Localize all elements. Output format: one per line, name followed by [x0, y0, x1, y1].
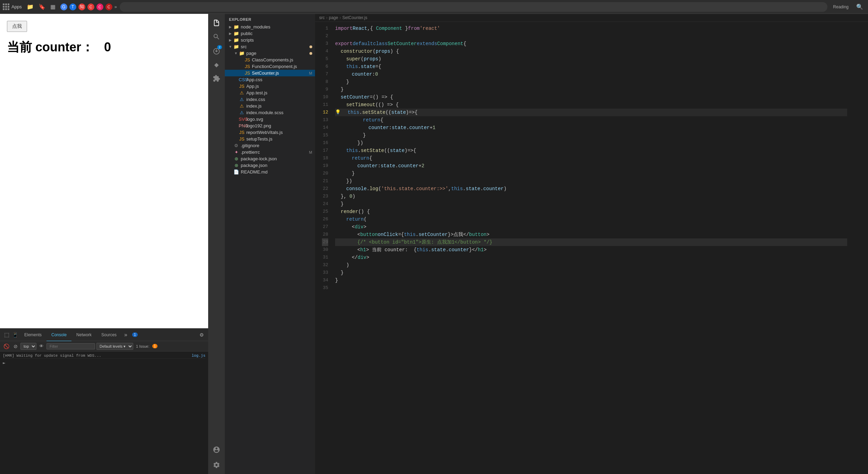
activity-bar: 2	[208, 14, 225, 474]
folder-scripts[interactable]: ▶ 📁 scripts	[225, 37, 315, 43]
counter-label: 当前 counter：	[7, 40, 94, 54]
filter-input[interactable]	[46, 343, 95, 349]
file-function-component[interactable]: JS FunctionComponent.js	[225, 63, 315, 70]
code-line-35	[335, 284, 847, 292]
tab-elements-label: Elements	[24, 332, 42, 337]
file-class-components[interactable]: JS ClassComponents.js	[225, 57, 315, 63]
folder-public[interactable]: ▶ 📁 public	[225, 30, 315, 37]
pause-btn[interactable]: ⊘	[12, 343, 19, 350]
file-package-lock-name: package-lock.json	[241, 156, 315, 161]
tab-console[interactable]: Console	[46, 329, 71, 341]
code-line-28: <button onClick={this.setCounter}>点我</bu…	[335, 231, 847, 238]
line-numbers: 123 456 789 101112 131415 161718 192021 …	[315, 22, 332, 474]
more-bookmarks[interactable]: »	[114, 4, 117, 9]
file-logo192-icon: PNG	[239, 123, 245, 128]
levels-selector[interactable]: Default levels ▾	[96, 343, 133, 350]
b3-icon[interactable]: C	[87, 3, 94, 10]
code-line-3: export default class SetCounter extends …	[335, 40, 847, 48]
eye-icon[interactable]: 👁	[38, 343, 45, 349]
tab-sources[interactable]: Sources	[96, 329, 121, 341]
activity-account[interactable]	[210, 443, 223, 456]
file-app-css[interactable]: CSS App.css	[225, 76, 315, 83]
b2-icon[interactable]: 知	[78, 3, 85, 10]
activity-debug[interactable]	[210, 58, 223, 71]
file-app-test[interactable]: ⚠ App.test.js	[225, 90, 315, 96]
bookmark-btn[interactable]: 🔖	[36, 2, 48, 11]
code-line-15: }	[335, 132, 847, 139]
file-package-json[interactable]: ⊛ package.json	[225, 162, 315, 169]
file-readme[interactable]: 📄 README.md	[225, 169, 315, 175]
file-set-counter[interactable]: JS SetCounter.js M	[225, 70, 315, 76]
code-line-17: this.setState((state) => {	[335, 147, 847, 154]
file-app-css-icon: CSS	[239, 77, 245, 82]
devtools-more[interactable]: »	[121, 332, 130, 338]
b4-icon[interactable]: C	[96, 3, 103, 10]
activity-git[interactable]: 2	[210, 44, 223, 57]
file-prettierrc[interactable]: ✦ .prettierrc M	[225, 149, 315, 155]
tab-elements[interactable]: Elements	[19, 329, 46, 341]
breadcrumb-page[interactable]: page	[329, 15, 338, 20]
code-line-25: render() {	[335, 208, 847, 215]
nav-icons: 📁 🔖 ▦	[25, 2, 58, 11]
activity-explorer[interactable]	[210, 17, 223, 29]
file-index-js[interactable]: ⚠ index.js	[225, 103, 315, 109]
folder-btn[interactable]: 📁	[25, 2, 36, 11]
file-app-test-name: App.test.js	[246, 90, 315, 95]
breadcrumb-file[interactable]: SetCounter.js	[342, 15, 367, 20]
click-button[interactable]: 点我	[7, 21, 27, 32]
file-app-js-name: App.js	[246, 84, 315, 89]
file-app-js-icon: JS	[239, 84, 245, 89]
context-selector[interactable]: top	[20, 343, 36, 350]
browser-search-icon[interactable]: 🔍	[854, 3, 865, 10]
page-content: 点我 当前 counter： 0	[0, 14, 208, 328]
tab-console-label: Console	[51, 332, 67, 337]
activity-search[interactable]	[210, 31, 223, 43]
counter-value: 0	[104, 40, 111, 54]
reading-mode: Reading	[830, 3, 851, 11]
file-report-web[interactable]: JS reportWebVitals.js	[225, 129, 315, 136]
address-bar[interactable]	[120, 2, 827, 12]
apps-grid-btn[interactable]: ▦	[48, 2, 58, 11]
clear-console-btn[interactable]: 🚫	[2, 343, 11, 350]
folder-page[interactable]: ▼ 📁 page	[225, 50, 315, 57]
activity-extensions[interactable]	[210, 72, 223, 85]
code-line-24: }	[335, 200, 847, 208]
b1-icon[interactable]: T	[69, 3, 76, 10]
file-logo-svg-name: logo.svg	[246, 117, 315, 122]
browser-bar: Apps 📁 🔖 ▦ G T 知 C C C » Reading 🔍	[0, 0, 868, 14]
code-line-9: }	[335, 86, 847, 93]
chevron-public: ▶	[228, 32, 233, 35]
devtools: ⬚ 📱 Elements Console Network Sources » 1…	[0, 328, 208, 474]
file-index-module[interactable]: ⚠ index.module.scss	[225, 109, 315, 116]
file-setup-tests[interactable]: JS setupTests.js	[225, 136, 315, 142]
folder-src[interactable]: ▼ 📁 src	[225, 43, 315, 50]
file-index-css-icon: ⚠	[239, 97, 245, 102]
console-link[interactable]: log.js	[192, 354, 205, 358]
devtools-gear-icon[interactable]: ⚙	[198, 332, 205, 338]
file-gitignore-name: .gitignore	[241, 143, 315, 148]
folder-page-name: page	[246, 51, 309, 56]
file-index-js-icon: ⚠	[239, 103, 245, 109]
code-line-11: setTimeout(() => {	[335, 101, 847, 109]
counter-display: 当前 counter： 0	[7, 39, 201, 56]
b5-icon[interactable]: C	[105, 3, 112, 10]
console-prompt: ►	[3, 359, 205, 367]
file-app-js[interactable]: JS App.js	[225, 83, 315, 90]
file-logo192[interactable]: PNG logo192.png	[225, 122, 315, 129]
vscode: 2 Explorer	[208, 14, 868, 474]
console-text-0: [HMR] Waiting for update signal from WDS…	[3, 354, 101, 358]
activity-settings[interactable]	[210, 459, 223, 471]
folder-node-modules[interactable]: ▶ 📁 node_modules	[225, 24, 315, 30]
code-area: 123 456 789 101112 131415 161718 192021 …	[315, 22, 868, 474]
file-package-json-name: package.json	[241, 163, 315, 168]
file-package-lock[interactable]: ⊛ package-lock.json	[225, 155, 315, 162]
devtools-device-icon[interactable]: 📱	[11, 331, 19, 338]
file-index-css[interactable]: ⚠ index.css	[225, 96, 315, 103]
file-logo-svg[interactable]: SVG logo.svg	[225, 116, 315, 122]
tab-network[interactable]: Network	[71, 329, 96, 341]
file-gitignore[interactable]: ⚙ .gitignore	[225, 142, 315, 149]
devtools-inspect-icon[interactable]: ⬚	[3, 331, 11, 339]
apps-button[interactable]: Apps	[3, 3, 22, 10]
google-icon[interactable]: G	[60, 3, 67, 10]
breadcrumb-src[interactable]: src	[319, 15, 325, 20]
